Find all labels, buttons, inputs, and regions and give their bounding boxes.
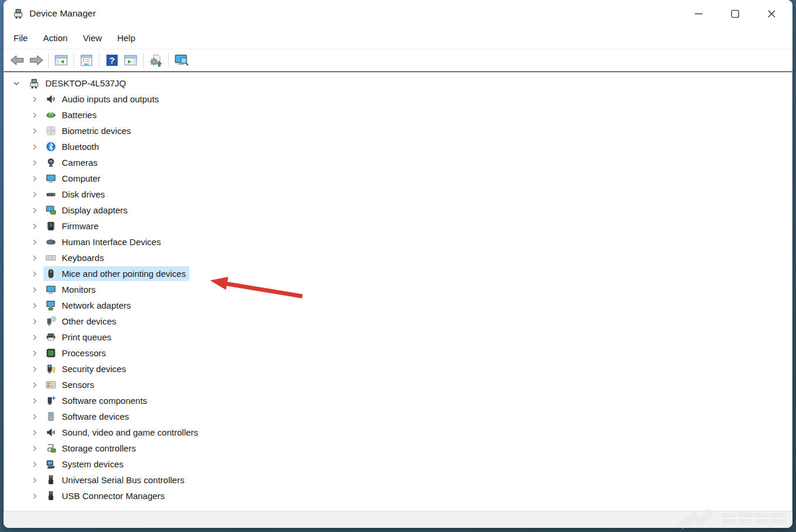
tree-item-bluetooth[interactable]: Bluetooth bbox=[4, 139, 792, 155]
tree-item-human-interface-devices[interactable]: Human Interface Devices bbox=[4, 234, 792, 250]
tree-row-content[interactable]: Bluetooth bbox=[44, 139, 102, 154]
tree-row-content[interactable]: Biometric devices bbox=[44, 123, 135, 138]
tree-item-audio-inputs-and-outputs[interactable]: Audio inputs and outputs bbox=[4, 91, 792, 107]
tree-item-software-components[interactable]: Software components bbox=[4, 393, 792, 409]
tree-row-content[interactable]: Human Interface Devices bbox=[44, 235, 164, 249]
tree-item-universal-serial-bus-controllers[interactable]: Universal Serial Bus controllers bbox=[4, 472, 792, 488]
menu-help[interactable]: Help bbox=[109, 30, 143, 46]
tree-item-other-devices[interactable]: ?Other devices bbox=[4, 313, 792, 329]
tree-row-content[interactable]: Universal Serial Bus controllers bbox=[44, 473, 188, 487]
tree-row-content[interactable]: System devices bbox=[44, 457, 127, 471]
tree-item-monitors[interactable]: Monitors bbox=[4, 282, 792, 297]
chevron-right-icon[interactable] bbox=[31, 302, 39, 310]
chevron-right-icon[interactable] bbox=[31, 381, 39, 389]
tree-row-content[interactable]: ?Other devices bbox=[44, 314, 120, 329]
tree-row-content[interactable]: Sound, video and game controllers bbox=[44, 425, 202, 440]
tree-row-content[interactable]: Audio inputs and outputs bbox=[44, 92, 162, 106]
tree-item-computer[interactable]: Computer bbox=[4, 170, 792, 186]
tree-item-label: Universal Serial Bus controllers bbox=[62, 475, 184, 485]
chevron-right-icon[interactable] bbox=[31, 476, 39, 484]
scan-hardware-changes-button[interactable] bbox=[172, 52, 191, 69]
tree-item-keyboards[interactable]: Keyboards bbox=[4, 250, 792, 266]
tree-row-content[interactable]: Processors bbox=[44, 346, 109, 360]
chevron-right-icon[interactable] bbox=[31, 238, 39, 246]
properties-button[interactable] bbox=[77, 52, 96, 69]
tree-item-sensors[interactable]: Sensors bbox=[4, 377, 792, 393]
chevron-right-icon[interactable] bbox=[31, 333, 39, 342]
close-button[interactable] bbox=[756, 0, 792, 27]
chevron-right-icon[interactable] bbox=[31, 143, 39, 151]
back-button[interactable] bbox=[8, 52, 26, 69]
maximize-button[interactable] bbox=[720, 0, 756, 27]
tree-item-cameras[interactable]: Cameras bbox=[4, 155, 792, 170]
chevron-right-icon[interactable] bbox=[31, 397, 39, 405]
tree-row-content[interactable]: Mice and other pointing devices bbox=[44, 266, 189, 281]
tree-root[interactable]: DESKTOP-4L537JQ bbox=[4, 75, 792, 91]
tree-item-system-devices[interactable]: System devices bbox=[4, 456, 792, 472]
tree-row-content[interactable]: Firmware bbox=[44, 219, 102, 233]
tree-item-mice-and-other-pointing-devices[interactable]: Mice and other pointing devices bbox=[4, 266, 792, 282]
chevron-right-icon[interactable] bbox=[31, 492, 39, 500]
tree-row-content[interactable]: Network adapters bbox=[44, 298, 135, 313]
chevron-right-icon[interactable] bbox=[31, 111, 39, 119]
tree-item-firmware[interactable]: Firmware bbox=[4, 218, 792, 234]
chevron-right-icon[interactable] bbox=[31, 127, 39, 135]
chevron-right-icon[interactable] bbox=[31, 190, 39, 199]
action-pane-button[interactable] bbox=[121, 52, 140, 69]
chevron-right-icon[interactable] bbox=[31, 254, 39, 262]
tree-row-content[interactable]: Disk drives bbox=[44, 187, 108, 202]
chevron-right-icon[interactable] bbox=[31, 349, 39, 357]
tree-item-network-adapters[interactable]: Network adapters bbox=[4, 297, 792, 313]
tree-item-display-adapters[interactable]: Display adapters bbox=[4, 202, 792, 218]
chevron-right-icon[interactable] bbox=[31, 444, 39, 453]
tree-row-content[interactable]: Monitors bbox=[44, 282, 99, 297]
chevron-down-icon[interactable] bbox=[12, 79, 21, 88]
menu-action[interactable]: Action bbox=[35, 30, 75, 46]
tree-item-sound-video-and-game-controllers[interactable]: Sound, video and game controllers bbox=[4, 424, 792, 440]
chevron-right-icon[interactable] bbox=[31, 365, 39, 373]
add-drivers-button[interactable] bbox=[146, 52, 165, 69]
chevron-right-icon[interactable] bbox=[31, 159, 39, 167]
tree-item-processors[interactable]: Processors bbox=[4, 345, 792, 361]
chevron-right-icon[interactable] bbox=[31, 286, 39, 294]
chevron-right-icon[interactable] bbox=[31, 206, 39, 215]
tree-item-usb-connector-managers[interactable]: USB Connector Managers bbox=[4, 488, 792, 504]
tree-row-content[interactable]: USB Connector Managers bbox=[44, 488, 168, 503]
tree-item-label: USB Connector Managers bbox=[62, 491, 165, 501]
chevron-right-icon[interactable] bbox=[31, 429, 39, 437]
tree-row-content[interactable]: Print queues bbox=[44, 330, 115, 344]
show-console-tree-button[interactable] bbox=[52, 52, 71, 69]
tree-row-content[interactable]: Storage controllers bbox=[44, 441, 139, 456]
tree-row-content[interactable]: Computer bbox=[44, 171, 104, 186]
tree-item-print-queues[interactable]: Print queues bbox=[4, 329, 792, 345]
tree-item-security-devices[interactable]: Security devices bbox=[4, 361, 792, 377]
chevron-right-icon[interactable] bbox=[31, 413, 39, 421]
tree-row-content[interactable]: Software devices bbox=[44, 409, 132, 424]
tree-item-disk-drives[interactable]: Disk drives bbox=[4, 186, 792, 202]
tree-row-content[interactable]: DESKTOP-4L537JQ bbox=[26, 76, 129, 91]
tree-item-storage-controllers[interactable]: Storage controllers bbox=[4, 440, 792, 456]
tree-item-software-devices[interactable]: Software devices bbox=[4, 409, 792, 424]
tree-item-biometric-devices[interactable]: Biometric devices bbox=[4, 123, 792, 139]
fingerprint-icon bbox=[45, 125, 56, 136]
chevron-right-icon[interactable] bbox=[31, 95, 39, 103]
tree-row-content[interactable]: Display adapters bbox=[44, 203, 131, 218]
chevron-right-icon[interactable] bbox=[31, 270, 39, 278]
tree-row-content[interactable]: Security devices bbox=[44, 362, 129, 376]
chevron-right-icon[interactable] bbox=[31, 222, 39, 230]
chevron-right-icon[interactable] bbox=[31, 460, 39, 469]
help-button[interactable]: ? bbox=[102, 52, 121, 69]
forward-button[interactable] bbox=[26, 52, 45, 69]
menu-file[interactable]: File bbox=[6, 30, 35, 46]
tree-row-content[interactable]: Software components bbox=[44, 393, 151, 408]
chevron-right-icon[interactable] bbox=[31, 317, 39, 326]
chevron-right-icon[interactable] bbox=[31, 175, 39, 183]
minimize-button[interactable] bbox=[683, 0, 720, 27]
tree-row-content[interactable]: Batteries bbox=[44, 108, 100, 122]
tree-row-content[interactable]: Cameras bbox=[44, 155, 101, 170]
security-device-icon bbox=[45, 363, 56, 374]
tree-item-batteries[interactable]: Batteries bbox=[4, 107, 792, 123]
tree-row-content[interactable]: Sensors bbox=[44, 377, 98, 392]
menu-view[interactable]: View bbox=[75, 30, 109, 46]
tree-row-content[interactable]: Keyboards bbox=[44, 250, 108, 265]
